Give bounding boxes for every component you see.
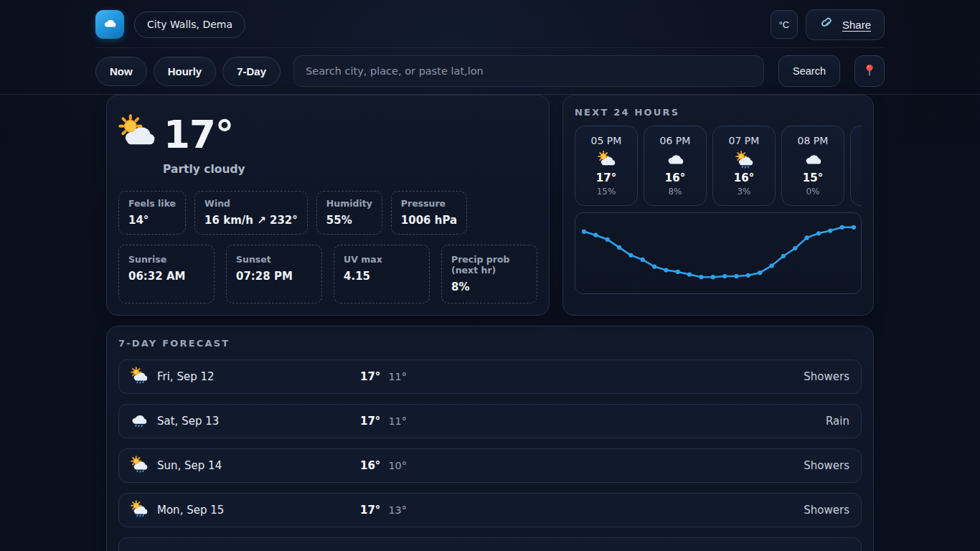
round-pushpin-icon [861, 62, 878, 81]
stat-sunrise: Sunrise 06:32 AM [118, 245, 215, 303]
stat-uv-max: UV max 4.15 [334, 245, 430, 303]
hour-card-07-pm: 07 PM16°3% [712, 126, 776, 206]
day-condition: Rain [826, 415, 849, 428]
sun-behind-cloud-icon [598, 150, 616, 169]
seven-day-forecast-title: 7-DAY FORECAST [118, 338, 862, 349]
day-condition: Showers [804, 504, 849, 517]
hourly-scroller[interactable]: 05 PM17°15%06 PM16°8%07 PM16°3%08 PM15°0… [575, 126, 862, 206]
forecast-rows: Fri, Sep 1217°11°ShowersSat, Sep 1317°11… [118, 359, 862, 551]
share-label: Share [842, 19, 871, 31]
cloud-icon [101, 14, 118, 34]
tab-7day[interactable]: 7-Day [222, 57, 281, 86]
hour-card-06-pm: 06 PM16°8% [644, 126, 707, 206]
hour-temp: 17° [596, 171, 616, 184]
day-low-temp: 10° [388, 460, 407, 471]
hour-temp: 16° [665, 171, 685, 184]
day-high-temp: 17° [360, 415, 380, 428]
day-low-temp: 13° [388, 504, 407, 516]
hour-precip: 0% [806, 187, 819, 197]
use-my-location-button[interactable] [854, 55, 885, 87]
temperature-sparkline [575, 212, 862, 294]
day-label: Sat, Sep 13 [157, 415, 219, 428]
cloud-icon [804, 150, 822, 169]
stat-pressure: Pressure 1006 hPa [391, 191, 467, 235]
day-condition: Showers [804, 370, 849, 383]
location-chip: City Walls, Dema [134, 11, 245, 38]
next-24-hours-card: NEXT 24 HOURS 05 PM17°15%06 PM16°8%07 PM… [562, 95, 874, 316]
app-logo [95, 10, 124, 39]
stat-sunset: Sunset 07:28 PM [226, 245, 322, 303]
hour-card-05-pm: 05 PM17°15% [575, 126, 638, 206]
day-high-temp: 16° [360, 459, 380, 472]
app-header: City Walls, Dema °C Share Now Hourly 7-D… [0, 0, 980, 95]
day-label: Sun, Sep 14 [157, 459, 222, 472]
hour-precip: 8% [668, 187, 682, 197]
sun-behind-rain-cloud-icon [131, 367, 148, 387]
sun-behind-rain-cloud-icon [131, 500, 148, 520]
forecast-row-sun[interactable]: Sun, Sep 1416°10°Showers [118, 448, 862, 483]
hour-temp: 15° [803, 171, 823, 184]
day-condition: Showers [804, 459, 849, 472]
stat-humidity: Humidity 55% [316, 191, 382, 235]
current-conditions-card: 17° Partly cloudy Feels like 14° Wind 16… [106, 95, 550, 316]
sun-behind-rain-cloud-icon [131, 456, 148, 476]
seven-day-forecast-card: 7-DAY FORECAST Fri, Sep 1217°11°ShowersS… [106, 326, 874, 551]
cloud-icon [666, 150, 684, 169]
stat-feels-like: Feels like 14° [118, 191, 186, 235]
day-label: Mon, Sep 15 [157, 504, 224, 517]
hour-time: 05 PM [591, 135, 622, 146]
partly-cloudy-icon [118, 114, 156, 154]
location-label: City Walls, Dema [147, 19, 232, 30]
hour-card-09-pm: 09 PM15°0% [850, 126, 862, 206]
day-high-temp: 17° [360, 370, 380, 383]
forecast-row-partial[interactable] [118, 537, 862, 551]
current-temperature: 17° [164, 116, 233, 154]
hour-precip: 15% [597, 187, 616, 197]
search-button[interactable]: Search [778, 55, 840, 87]
header-divider [95, 47, 885, 48]
hour-time: 08 PM [798, 135, 829, 146]
hour-temp: 16° [734, 171, 754, 184]
day-low-temp: 11° [388, 415, 407, 427]
link-icon [819, 15, 837, 34]
hour-time: 07 PM [729, 135, 760, 146]
hour-precip: 3% [737, 187, 750, 197]
day-label: Fri, Sep 12 [157, 370, 215, 383]
forecast-row-fri[interactable]: Fri, Sep 1217°11°Showers [118, 359, 862, 394]
forecast-row-mon[interactable]: Mon, Sep 1517°13°Showers [118, 493, 862, 527]
next-24-hours-title: NEXT 24 HOURS [575, 107, 862, 118]
day-high-temp: 17° [360, 504, 380, 517]
hour-time: 06 PM [660, 135, 691, 146]
sparkline-svg [575, 213, 862, 293]
forecast-row-sat[interactable]: Sat, Sep 1317°11°Rain [118, 404, 862, 438]
tab-hourly[interactable]: Hourly [154, 57, 217, 86]
stat-wind: Wind 16 km/h ↗ 232° [194, 191, 308, 235]
share-button[interactable]: Share [806, 9, 885, 40]
rain-cloud-icon [131, 411, 148, 431]
day-low-temp: 11° [388, 371, 407, 382]
unit-toggle-button[interactable]: °C [771, 10, 798, 39]
hour-card-08-pm: 08 PM15°0% [781, 126, 844, 206]
search-input[interactable] [293, 55, 764, 87]
current-condition-text: Partly cloudy [163, 163, 537, 176]
unit-label: °C [779, 19, 790, 30]
sun-behind-rain-cloud-icon [735, 150, 753, 169]
tab-now[interactable]: Now [95, 57, 147, 86]
stat-precip-prob: Precip prob (next hr) 8% [441, 245, 537, 303]
